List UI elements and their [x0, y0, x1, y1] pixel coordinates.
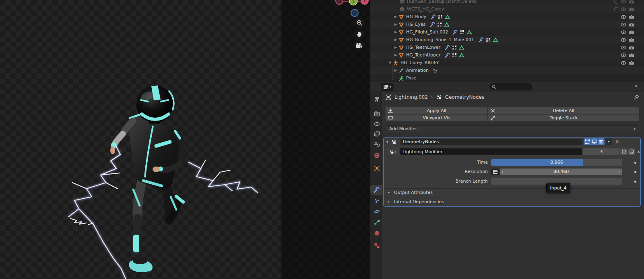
eye-icon[interactable]: [621, 60, 626, 66]
tab-texture[interactable]: [371, 241, 382, 250]
outliner-panel[interactable]: HumGen_Backup [Don't Delete] WGTS_HG_Cor…: [370, 0, 644, 81]
eye-icon[interactable]: [621, 14, 626, 20]
user-count-button[interactable]: 3: [583, 148, 619, 155]
breadcrumb-object[interactable]: Lightning.002: [394, 94, 428, 100]
axis-ball-negz[interactable]: [351, 9, 358, 17]
add-modifier-dropdown[interactable]: Add Modifier ▾: [386, 125, 639, 132]
expander-icon[interactable]: ▼: [387, 61, 393, 65]
tab-view-layer[interactable]: [371, 129, 382, 139]
node-group-browse-button[interactable]: ▾: [386, 148, 399, 155]
attribute-toggle-button[interactable]: [491, 169, 500, 175]
expander-icon[interactable]: ▶: [393, 15, 398, 19]
outliner-item-label: HG_Running_Shoe_1_Male.001: [406, 37, 474, 42]
exclude-checkbox[interactable]: [614, 0, 618, 4]
camera-visibility-icon[interactable]: [629, 22, 634, 27]
pin-icon[interactable]: [634, 94, 639, 100]
delete-all-button[interactable]: Delete All: [488, 107, 639, 114]
tab-tool[interactable]: [371, 94, 382, 104]
copy-icon-button[interactable]: [628, 148, 635, 155]
outliner-item-label: HumGen_Backup [Don't Delete]: [407, 0, 477, 4]
modifier-name-field[interactable]: GeometryNodes: [400, 139, 582, 145]
time-slider[interactable]: 0.966: [491, 159, 622, 166]
realtime-toggle[interactable]: [591, 138, 598, 145]
header-overflow-chevron[interactable]: ▾: [635, 84, 637, 88]
outliner-row-object[interactable]: ▶ HG_Eyes: [370, 21, 644, 28]
editor-type-button[interactable]: ▾: [381, 83, 394, 91]
expander-icon[interactable]: ▶: [393, 23, 398, 26]
exclude-checkbox[interactable]: [614, 7, 618, 11]
render-toggle[interactable]: [598, 138, 605, 145]
eye-icon[interactable]: [621, 0, 626, 4]
tab-modifiers[interactable]: [370, 185, 382, 195]
mesh-object-icon: [398, 37, 404, 43]
outliner-row-collection[interactable]: HumGen_Backup [Don't Delete]: [370, 0, 644, 5]
axis-gizmo[interactable]: Y X: [330, 0, 370, 19]
tab-output[interactable]: [371, 119, 382, 129]
expander-icon[interactable]: ▶: [393, 38, 398, 42]
outliner-row-animation[interactable]: ▶ Animation: [370, 67, 644, 74]
decorator-dot[interactable]: [634, 171, 636, 173]
viewport-pan-button[interactable]: [354, 29, 364, 39]
expander-icon[interactable]: ▶: [393, 46, 398, 49]
eye-icon[interactable]: [621, 29, 626, 35]
camera-visibility-icon[interactable]: [629, 60, 634, 66]
mesh-object-icon: [398, 22, 404, 27]
outliner-row-collection[interactable]: WGTS_HG_Corey: [370, 5, 644, 13]
tab-object[interactable]: [371, 163, 382, 173]
armature-icon: [393, 60, 398, 66]
tab-constraints[interactable]: [371, 217, 382, 227]
tab-physics[interactable]: [371, 206, 382, 216]
eye-icon[interactable]: [621, 6, 626, 12]
toggle-stack-button[interactable]: Toggle Stack: [488, 115, 639, 121]
drag-handle-icon[interactable]: [633, 140, 640, 144]
modifier-close-button[interactable]: ✕: [613, 138, 621, 145]
eye-icon[interactable]: [621, 45, 626, 50]
viewport-vis-button[interactable]: Viewport Vis: [386, 115, 487, 121]
resolution-slider[interactable]: ‹ 80.460 ›: [500, 169, 622, 175]
camera-visibility-icon[interactable]: [629, 0, 634, 4]
eye-icon[interactable]: [621, 37, 626, 43]
eye-icon[interactable]: [621, 52, 626, 58]
decorator-dot[interactable]: [634, 162, 636, 164]
camera-visibility-icon[interactable]: [629, 37, 634, 43]
outliner-row-object[interactable]: ▶ HG_TeethLower: [370, 44, 644, 51]
outliner-row-armature[interactable]: ▼ HG_Corey_RIGIFY: [370, 59, 644, 67]
unlink-x-button[interactable]: ✕: [636, 148, 641, 155]
decorator-dot[interactable]: [634, 181, 636, 183]
edit-mode-toggle[interactable]: [584, 138, 591, 145]
outliner-row-object[interactable]: ▶ HG_Flight_Suit.002: [370, 28, 644, 36]
camera-visibility-icon[interactable]: [629, 45, 634, 50]
expander-icon[interactable]: ▶: [393, 53, 398, 57]
camera-visibility-icon[interactable]: [629, 14, 634, 20]
panel-collapse-chevron[interactable]: ▾: [384, 140, 391, 144]
3d-viewport[interactable]: Y X: [0, 0, 370, 279]
axis-ball-negx[interactable]: [336, 0, 343, 4]
outliner-row-object[interactable]: ▶ HG_TeethUpper: [370, 51, 644, 59]
tab-scene[interactable]: [371, 139, 382, 149]
camera-visibility-icon[interactable]: [629, 29, 634, 35]
tab-particles[interactable]: [371, 196, 382, 206]
eye-icon[interactable]: [621, 22, 626, 27]
camera-visibility-icon[interactable]: [629, 52, 634, 58]
mesh-data-icon: [444, 22, 450, 27]
apply-all-button[interactable]: Apply All: [386, 107, 487, 114]
search-input[interactable]: [489, 83, 532, 90]
tab-world[interactable]: [371, 150, 382, 160]
expander-icon[interactable]: ▶: [393, 30, 398, 34]
outliner-row-object[interactable]: ▶ HG_Body: [370, 13, 644, 21]
outliner-row-object[interactable]: ▶ HG_Running_Shoe_1_Male.001: [370, 36, 644, 44]
node-group-name-field[interactable]: Lightning Modifier: [400, 148, 582, 155]
internal-dependencies-subpanel[interactable]: ▸ Internal Dependencies: [384, 198, 640, 205]
tab-material[interactable]: [371, 228, 382, 238]
expander-icon[interactable]: ▶: [393, 69, 398, 72]
viewport-zoom-button[interactable]: [354, 18, 365, 28]
modifier-name: GeometryNodes: [403, 139, 439, 144]
fake-user-shield-button[interactable]: [620, 148, 627, 155]
output-attributes-subpanel[interactable]: ▸ Output Attributes: [384, 188, 640, 196]
viewport-camera-button[interactable]: [353, 40, 364, 51]
camera-visibility-icon[interactable]: [629, 6, 634, 12]
outliner-row-pose[interactable]: Pose: [370, 74, 644, 81]
breadcrumb-data[interactable]: GeometryNodes: [445, 94, 484, 100]
tab-render[interactable]: [371, 109, 382, 119]
modifier-extras-chevron[interactable]: ▾: [605, 138, 612, 145]
